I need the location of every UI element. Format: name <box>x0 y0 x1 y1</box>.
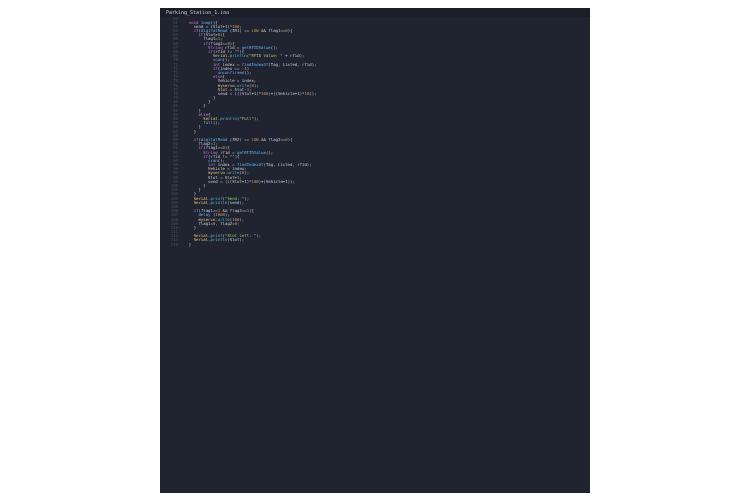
line-text: } <box>184 226 196 230</box>
code-line[interactable]: 114 } <box>160 243 590 247</box>
app-frame: Parking_Station_1.ino 6061 void loop(){6… <box>0 0 750 500</box>
line-number: 114 <box>160 243 184 247</box>
line-text: } <box>184 243 191 247</box>
code-area[interactable]: 6061 void loop(){62 send = (Slot+1)*100;… <box>160 17 590 493</box>
code-editor[interactable]: Parking_Station_1.ino 6061 void loop(){6… <box>160 8 590 493</box>
line-text: Serial.println(send); <box>184 201 244 205</box>
tab-bar: Parking_Station_1.ino <box>160 8 590 17</box>
line-text: } <box>184 130 196 134</box>
file-tab[interactable]: Parking_Station_1.ino <box>166 8 229 17</box>
line-text: Serial.println(Slot); <box>184 238 244 242</box>
